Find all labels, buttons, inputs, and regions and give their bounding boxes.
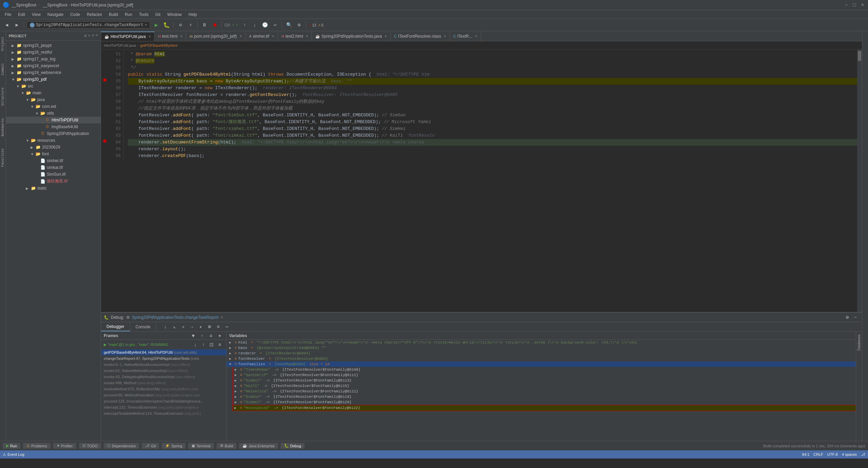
var-expand[interactable]: ▶ [235, 400, 239, 404]
debug-step-into[interactable]: ↘ [171, 323, 178, 331]
var-symbol[interactable]: ▶ ≡ "Symbol" -> {ITextFontResolver$FontF… [233, 378, 856, 383]
tab-itext-more[interactable]: C ITextR... × [450, 32, 481, 41]
frames-more-btn[interactable]: + [216, 332, 223, 339]
tab-close-test2html[interactable]: × [306, 34, 308, 39]
bc-method[interactable]: getPDFBase64ByHtml [140, 43, 177, 47]
menu-git[interactable]: Git [152, 10, 164, 19]
breakpoint-55[interactable] [103, 78, 106, 82]
var-html[interactable]: ▶ ≡ html = "<!DOCTYPE html>\r\n<html lan… [226, 340, 856, 345]
sidebar-item-spring18[interactable]: ▶ 📁 spring18_easyexcel [6, 62, 101, 69]
tab-close-itext-more[interactable]: × [475, 34, 477, 39]
tab-close-htmltopdf[interactable]: × [149, 34, 151, 39]
sidebar-item-spring15[interactable]: ▶ 📁 spring15_jasypt [6, 42, 101, 49]
status-git-branch[interactable]: ⎇ [861, 452, 865, 457]
run-config-dropdown[interactable]: ▾ [145, 22, 147, 27]
profiler-btn[interactable]: ✦ Profiler [53, 443, 76, 449]
sidebar-item-font[interactable]: ▼ 📂 font [6, 151, 101, 157]
menu-view[interactable]: View [28, 10, 44, 19]
status-encoding[interactable]: UTF-8 [827, 452, 838, 456]
activity-commit[interactable]: Commit [0, 60, 5, 78]
sidebar-item-java[interactable]: ▼ 📂 java [6, 96, 101, 103]
debug-tab-console[interactable]: Console [130, 322, 156, 331]
tab-close-simhei[interactable]: × [272, 34, 274, 39]
toolbar-search[interactable]: 🔍 [285, 21, 293, 29]
tab-close-spring20tests[interactable]: × [384, 34, 387, 39]
status-indent[interactable]: 4 spaces [842, 452, 857, 456]
sidebar-item-spring16[interactable]: ▶ 📁 spring16_restful [6, 49, 101, 56]
var-expand[interactable]: ▶ [235, 368, 239, 372]
frame-proceed1[interactable]: proceed:60, MethodInvocation (org.junit.… [101, 392, 226, 398]
activity-favorites[interactable]: Favorites [0, 146, 5, 170]
sidebar-item-simhei[interactable]: 📄 simhei.ttf [6, 157, 101, 164]
debug-more-actions[interactable]: ⋯ [223, 323, 231, 331]
frame-sort-up[interactable]: ↑ [200, 341, 207, 348]
dependencies-btn[interactable]: ⬡ Dependencies [104, 443, 139, 449]
var-timesroman[interactable]: ▶ ≡ "TimesRoman" -> {ITextFontResolver$F… [233, 367, 856, 372]
problems-btn[interactable]: ⚠ Problems [23, 443, 50, 449]
status-crlf[interactable]: CRLF [813, 452, 823, 456]
sidebar-item-resources[interactable]: ▼ 📂 resources [6, 137, 101, 144]
frame-intercept2[interactable]: interceptTestableMethod:124, TimeoutExte… [101, 410, 226, 416]
var-expand[interactable]: ▶ [229, 340, 233, 345]
java-enterprise-btn[interactable]: ☕ Java Enterprise [239, 443, 278, 449]
frame-intercept1[interactable]: intercept:132, TimeoutExtension (org.jun… [101, 404, 226, 410]
sidebar-gear-icon[interactable]: ⚙ [84, 33, 86, 38]
sidebar-chevron-icon[interactable]: ▾ [88, 33, 90, 38]
tab-close-testhtml[interactable]: × [180, 34, 182, 39]
tab-test2html[interactable]: H test2.html × [278, 32, 312, 41]
debug-minimize-btn[interactable]: − [852, 314, 859, 321]
tab-testhtml[interactable]: H test.html × [155, 32, 186, 41]
maximize-button[interactable]: □ [852, 2, 857, 8]
frame-sort-down[interactable]: ↓ [192, 341, 199, 348]
activity-structure[interactable]: Structure [0, 85, 5, 109]
var-kaiti[interactable]: ▶ ≡ "KaiTi" -> {ITextFontResolver$FontFa… [233, 383, 856, 389]
var-expand[interactable]: ▶ [235, 395, 239, 399]
frame-proceed2[interactable]: proceed:125, InvocationInterceptorChain$… [101, 398, 226, 404]
var-simsun[interactable]: ▶ ≡ "SimSun" -> {ITextFontResolver$FontF… [233, 394, 856, 399]
sidebar-item-imgbase64[interactable]: © ImgBase64Util [6, 123, 101, 130]
debug-settings-btn[interactable]: ⚙ [844, 314, 851, 321]
sidebar-item-static[interactable]: ▶ 📁 static [6, 185, 101, 192]
debug-tab-debugger[interactable]: Debugger [101, 322, 130, 331]
menu-navigate[interactable]: Navigate [44, 10, 67, 19]
scrollbar-thumb[interactable] [858, 51, 861, 61]
frames-filter-btn[interactable]: ▼ [190, 332, 197, 339]
menu-file[interactable]: File [1, 10, 15, 19]
sidebar-item-spring20app[interactable]: © Spring20PdfApplication [6, 130, 101, 137]
editor-scrollbar[interactable] [857, 50, 862, 312]
frame-invoke4[interactable]: invoke:498, Method (java.lang.reflect) [101, 380, 226, 386]
breakpoint-64[interactable] [103, 139, 106, 143]
frame-invoke3[interactable]: invoke:43, DelegatingMethodAccessorImpl … [101, 374, 226, 380]
sidebar-item-20230629[interactable]: ▶ 📁 20230629 [6, 144, 101, 151]
var-expand[interactable]: ▼ [229, 363, 233, 366]
spring-btn[interactable]: ⚡ Spring [162, 443, 185, 449]
toolbar-back[interactable]: ◀ [3, 21, 11, 29]
toolbar-coverage[interactable]: ⊙ [176, 21, 184, 29]
sidebar-close-icon[interactable]: × [96, 33, 98, 38]
sidebar-item-utils[interactable]: ▼ 📂 utils [6, 110, 101, 117]
sidebar-item-comwd[interactable]: ▼ 📂 com.wd [6, 103, 101, 110]
debug-step-out[interactable]: ↗ [179, 323, 187, 331]
frame-main-thread[interactable]: ▶ "main"@1 in gro..."main": RUNNING ↓ ↑ … [101, 340, 226, 349]
debug-run-cursor[interactable]: → [188, 323, 196, 331]
var-expand[interactable]: ▶ [229, 346, 233, 350]
tab-simhei[interactable]: A simhei.ttf × [246, 32, 278, 41]
var-helvetica[interactable]: ▶ ≡ "Helvetica" -> {ITextFontResolver$Fo… [233, 389, 856, 394]
frame-sort-more[interactable]: ≡ [216, 341, 223, 348]
sidebar-item-simkai[interactable]: 📄 simkai.ttf [6, 164, 101, 171]
toolbar-pause[interactable]: ⏸ [200, 21, 209, 29]
menu-run[interactable]: Run [121, 10, 136, 19]
var-expand[interactable]: ▶ [235, 378, 239, 383]
var-sansserif[interactable]: ▶ ≡ "SansSerif" -> {ITextFontResolver$Fo… [233, 372, 856, 378]
menu-window[interactable]: Window [164, 10, 185, 19]
run-config-selector[interactable]: Spring20PdfApplicationTests.changeTaskRe… [27, 21, 150, 28]
debug-evaluate[interactable]: ✦ [197, 323, 204, 331]
toolbar-revert[interactable]: ↩ [271, 21, 279, 29]
activity-project[interactable]: Project [0, 34, 5, 54]
var-expand[interactable]: ▶ [229, 351, 233, 355]
var-fontfamilies[interactable]: ▼ ≡ fontFamilies = {HashMap@6089} size =… [226, 362, 856, 367]
frame-sort-filter[interactable]: ⊡ [208, 341, 215, 348]
gutter-64[interactable] [101, 138, 108, 144]
sidebar-item-htmltopdf[interactable]: © HtmlToPDFUtil [6, 117, 101, 123]
right-bar-databases[interactable]: Databases [856, 332, 862, 353]
